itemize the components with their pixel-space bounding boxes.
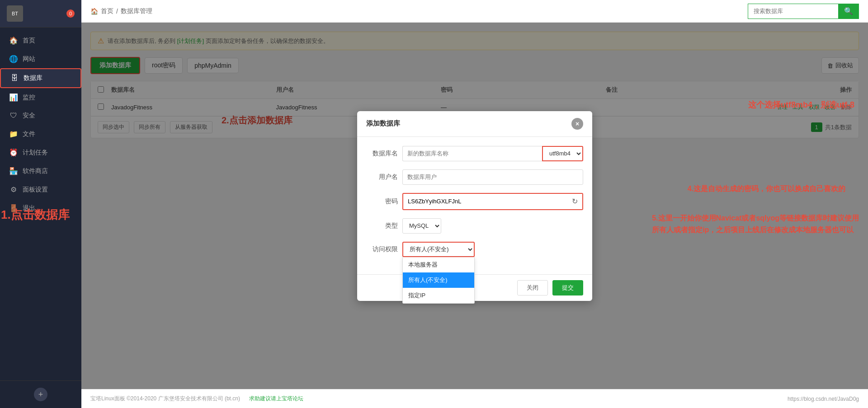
breadcrumb: 🏠 首页 / 数据库管理 [90, 7, 152, 15]
sidebar-item-label: 监控 [23, 94, 35, 102]
db-name-label: 数据库名 [366, 150, 398, 158]
sidebar-item-store[interactable]: 🏪 软件商店 [0, 162, 81, 180]
search-input[interactable] [748, 4, 838, 19]
monitor-icon: 📊 [9, 93, 18, 102]
type-select[interactable]: MySQL [402, 218, 441, 234]
access-option-local[interactable]: 本地服务器 [403, 257, 474, 272]
sidebar-item-file[interactable]: 📁 文件 [0, 125, 81, 143]
breadcrumb-home[interactable]: 首页 [101, 7, 113, 15]
sidebar-item-label: 安全 [23, 112, 35, 120]
submit-button[interactable]: 提交 [552, 280, 583, 295]
access-option-all[interactable]: 所有人(不安全) [403, 272, 474, 288]
footer: 宝塔Linux面板 ©2014-2020 广东堡塔安全技术有限公司 (bt.cn… [81, 389, 868, 408]
notification-badge: 0 [66, 9, 75, 18]
access-dropdown-wrapper: 所有人(不安全) 本地服务器 指定IP 本地服务器 所有人(不安全) 指定IP [402, 242, 583, 257]
db-name-group: utf8mb4 utf8 gbk [402, 146, 583, 161]
form-row-dbname: 数据库名 utf8mb4 utf8 gbk [366, 146, 583, 161]
sidebar-item-label: 计划任务 [23, 149, 48, 157]
panel-icon: ⚙ [9, 185, 18, 194]
form-row-username: 用户名 [366, 169, 583, 185]
cancel-button[interactable]: 关闭 [517, 280, 548, 295]
sidebar-item-logout[interactable]: 🚪 退出 [0, 199, 81, 217]
sidebar-item-security[interactable]: 🛡 安全 [0, 107, 81, 125]
sidebar: BT 0 🏠 首页 🌐 网站 🗄 数据库 📊 监控 🛡 安全 📁 文件 ⏰ [0, 0, 81, 408]
annotation-access: 5.这里一开始你使用Navicat或者sqlyog等链接数据库时建议使用 所有人… [652, 212, 859, 235]
cron-icon: ⏰ [9, 148, 18, 157]
sidebar-item-label: 网站 [23, 55, 35, 63]
breadcrumb-separator: / [116, 8, 118, 15]
home-breadcrumb-icon: 🏠 [90, 8, 98, 15]
modal-close-button[interactable]: × [571, 118, 583, 130]
main-content: 🏠 首页 / 数据库管理 🔍 ⚠ 请在添加数据库后, 务必到 [计划任务] 页面… [81, 0, 868, 408]
sidebar-item-label: 面板设置 [23, 186, 48, 194]
access-label: 访问权限 [366, 245, 398, 253]
topbar: 🏠 首页 / 数据库管理 🔍 [81, 0, 868, 23]
charset-select[interactable]: utf8mb4 utf8 gbk [542, 146, 583, 161]
sidebar-item-label: 退出 [23, 204, 35, 212]
footer-support-link[interactable]: 求助建议请上宝塔论坛 [249, 395, 303, 403]
file-icon: 📁 [9, 130, 18, 138]
sidebar-logo: BT [7, 5, 23, 22]
sidebar-item-label: 首页 [23, 37, 35, 45]
search-box: 🔍 [748, 4, 859, 19]
form-row-access: 访问权限 所有人(不安全) 本地服务器 指定IP 本地服务器 所有人(不安全) … [366, 242, 583, 257]
access-option-ip[interactable]: 指定IP [403, 288, 474, 303]
password-input[interactable] [403, 194, 567, 209]
sidebar-nav: 🏠 首页 🌐 网站 🗄 数据库 📊 监控 🛡 安全 📁 文件 ⏰ 计划任务 🏪 [0, 28, 81, 380]
modal-body: 数据库名 utf8mb4 utf8 gbk 用户名 [357, 137, 592, 274]
website-icon: 🌐 [9, 55, 18, 63]
logout-icon: 🚪 [9, 204, 18, 212]
home-icon: 🏠 [9, 36, 18, 45]
db-name-input[interactable] [402, 146, 542, 161]
sidebar-item-cron[interactable]: ⏰ 计划任务 [0, 143, 81, 162]
sidebar-item-label: 软件商店 [23, 167, 48, 175]
add-database-modal: 添加数据库 × 数据库名 utf8mb4 utf8 gbk [357, 111, 592, 301]
modal-header: 添加数据库 × [357, 111, 592, 137]
sidebar-item-monitor[interactable]: 📊 监控 [0, 88, 81, 107]
username-input[interactable] [402, 169, 583, 185]
type-label: 类型 [366, 222, 398, 230]
sidebar-item-label: 数据库 [24, 74, 42, 82]
search-button[interactable]: 🔍 [838, 4, 859, 19]
form-row-type: 类型 MySQL [366, 218, 583, 234]
annotation-password: 4.这是自动生成的密码，你也可以换成自己喜欢的 [688, 183, 845, 195]
password-group: ↻ [402, 193, 583, 210]
security-icon: 🛡 [9, 112, 18, 120]
annotation-utf8: 这个选择utf8mb4，别选utf-8 [748, 99, 854, 110]
modal-footer: 关闭 提交 [357, 274, 592, 301]
sidebar-item-website[interactable]: 🌐 网站 [0, 50, 81, 68]
breadcrumb-current: 数据库管理 [121, 7, 152, 15]
access-select[interactable]: 所有人(不安全) 本地服务器 指定IP [402, 242, 475, 257]
sidebar-item-panel[interactable]: ⚙ 面板设置 [0, 180, 81, 199]
modal-title: 添加数据库 [366, 119, 400, 128]
footer-copyright: 宝塔Linux面板 ©2014-2020 广东堡塔安全技术有限公司 (bt.cn… [90, 395, 240, 403]
database-icon: 🗄 [10, 74, 19, 82]
password-label: 密码 [366, 197, 398, 206]
modal-overlay: 添加数据库 × 数据库名 utf8mb4 utf8 gbk [81, 23, 868, 389]
footer-blog: https://blog.csdn.net/JavaD0g [788, 396, 859, 402]
store-icon: 🏪 [9, 167, 18, 175]
sidebar-item-home[interactable]: 🏠 首页 [0, 31, 81, 50]
sidebar-add-button[interactable]: + [34, 388, 47, 401]
sidebar-item-database[interactable]: 🗄 数据库 [0, 68, 81, 88]
access-dropdown-list: 本地服务器 所有人(不安全) 指定IP [402, 257, 475, 304]
username-label: 用户名 [366, 173, 398, 181]
sidebar-header: BT 0 [0, 0, 81, 28]
sidebar-item-label: 文件 [23, 130, 35, 138]
form-row-password: 密码 ↻ [366, 193, 583, 210]
refresh-password-button[interactable]: ↻ [567, 194, 582, 209]
content-area: ⚠ 请在添加数据库后, 务必到 [计划任务] 页面添加定时备份任务，以确保您的数… [81, 23, 868, 389]
sidebar-footer: + [0, 380, 81, 408]
